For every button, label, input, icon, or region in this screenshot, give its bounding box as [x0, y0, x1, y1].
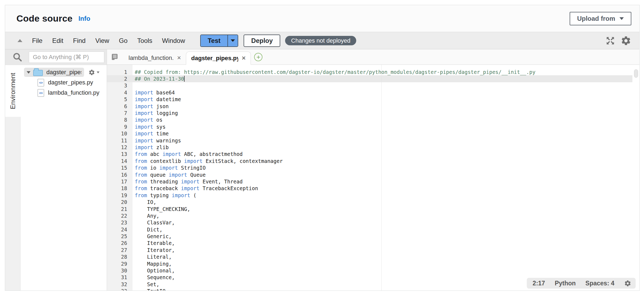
line-number: 22 — [107, 213, 133, 219]
code-editor[interactable]: 1## Copied from: https://raw.githubuserc… — [107, 65, 639, 290]
chevron-down-icon — [231, 39, 235, 42]
python-file-icon: <> — [37, 89, 44, 97]
tree-file-row[interactable]: <>dagster_pipes.py — [20, 77, 107, 88]
fullscreen-icon[interactable] — [605, 36, 615, 46]
code-line: 4import base64 — [107, 89, 639, 96]
tab-list-icon[interactable] — [110, 53, 119, 61]
editor-settings-gear-icon[interactable] — [624, 280, 631, 287]
vertical-scrollbar-thumb[interactable] — [634, 69, 638, 78]
line-text: Iterator, — [133, 247, 175, 253]
chevron-down-icon — [97, 71, 99, 73]
editor-tab[interactable]: lambda_function.✕ — [124, 51, 186, 64]
code-line: 6import json — [107, 103, 639, 110]
menu-item-edit[interactable]: Edit — [51, 36, 65, 46]
menu-item-window[interactable]: Window — [160, 36, 186, 46]
new-tab-button[interactable]: + — [254, 53, 262, 61]
code-line: 29 Mapping, — [107, 260, 639, 267]
code-line: 10import time — [107, 130, 639, 137]
line-number: 17 — [107, 179, 133, 184]
tree-folder-row[interactable]: dagster_pipes_funct — [20, 67, 107, 77]
code-line: 26 Iterable, — [107, 240, 639, 247]
code-line: 15from io import StringIO — [107, 164, 639, 171]
code-line: 30 Optional, — [107, 267, 639, 274]
line-text: import warnings — [133, 138, 181, 143]
tabs: lambda_function.✕dagster_pipes.py✕ — [124, 51, 251, 64]
line-number: 4 — [107, 90, 133, 95]
menu-item-view[interactable]: View — [94, 36, 111, 46]
settings-gear-icon[interactable] — [621, 35, 631, 46]
text-cursor — [184, 76, 185, 82]
code-line: 5import datetime — [107, 96, 639, 103]
editor-tab[interactable]: dagster_pipes.py✕ — [186, 52, 251, 65]
tab-strip: lambda_function.✕dagster_pipes.py✕ + — [107, 49, 639, 65]
folder-settings-button[interactable] — [88, 69, 99, 76]
line-text: Any, — [133, 213, 160, 219]
code-line: 1## Copied from: https://raw.githubuserc… — [107, 69, 639, 75]
tab-label: lambda_function. — [129, 54, 174, 61]
tree-file-list: <>dagster_pipes.py<>lambda_function.py — [20, 77, 107, 98]
line-text: Sequence, — [133, 274, 175, 280]
code-line: 14from contextlib import ExitStack, cont… — [107, 158, 639, 164]
tab-close-icon[interactable]: ✕ — [241, 55, 246, 61]
deploy-button[interactable]: Deploy — [244, 35, 280, 47]
line-number: 19 — [107, 192, 133, 198]
line-number: 29 — [107, 261, 133, 267]
test-button[interactable]: Test — [201, 35, 228, 46]
line-number: 18 — [107, 185, 133, 191]
code-line: 2## On 2023-11-30 — [107, 75, 639, 82]
tab-close-icon[interactable]: ✕ — [177, 55, 181, 61]
file-name: lambda_function.py — [48, 89, 99, 96]
menu-item-file[interactable]: File — [30, 36, 44, 46]
language-mode[interactable]: Python — [555, 280, 576, 287]
folder-name: dagster_pipes_funct — [46, 69, 81, 76]
tab-environment[interactable]: Environment — [5, 65, 21, 117]
go-to-anything-input[interactable] — [29, 52, 104, 63]
line-number: 21 — [107, 206, 133, 212]
line-text: from contextlib import ExitStack, contex… — [133, 158, 283, 164]
tree-file-row[interactable]: <>lambda_function.py — [20, 88, 107, 98]
line-text: import logging — [133, 110, 178, 116]
line-text: from threading import Event, Thread — [133, 179, 243, 184]
code-line: 13from abc import ABC, abstractmethod — [107, 151, 639, 158]
test-dropdown-button[interactable] — [227, 35, 238, 46]
line-text: TYPE_CHECKING, — [133, 206, 190, 212]
line-text: IO, — [133, 199, 156, 205]
code-line: 19from typing import ( — [107, 192, 639, 199]
folder-expand-icon[interactable] — [27, 71, 30, 74]
panel-header: Code source Info Upload from — [5, 5, 639, 32]
line-text: from io import StringIO — [133, 165, 206, 171]
line-number: 32 — [107, 281, 133, 287]
menu-item-go[interactable]: Go — [117, 36, 129, 46]
menu-item-tools[interactable]: Tools — [136, 36, 154, 46]
line-number: 25 — [107, 233, 133, 239]
line-number: 14 — [107, 158, 133, 164]
code-line: 21 TYPE_CHECKING, — [107, 206, 639, 212]
tab-label: dagster_pipes.py — [191, 55, 238, 62]
menu-item-find[interactable]: Find — [71, 36, 87, 46]
code-line: 11import warnings — [107, 137, 639, 144]
code-line: 20 IO, — [107, 199, 639, 205]
editor-status-bar: 2:17 Python Spaces: 4 — [527, 278, 636, 289]
line-text: from typing import ( — [133, 192, 196, 198]
indentation-setting[interactable]: Spaces: 4 — [586, 280, 614, 287]
code-line: 18from traceback import TracebackExcepti… — [107, 185, 639, 192]
upload-from-button[interactable]: Upload from — [570, 12, 631, 25]
line-text: Iterable, — [133, 240, 175, 246]
code-line: 24 Dict, — [107, 226, 639, 233]
upload-from-label: Upload from — [577, 15, 615, 22]
line-text: import zlib — [133, 144, 169, 150]
code-lines: 1## Copied from: https://raw.githubuserc… — [107, 65, 639, 290]
line-text: ## Copied from: https://raw.githubuserco… — [133, 69, 535, 75]
line-text: import sys — [133, 124, 165, 130]
line-number: 33 — [107, 288, 133, 290]
line-number: 10 — [107, 131, 133, 136]
line-number: 2 — [107, 76, 133, 82]
tree-folder-selection[interactable]: dagster_pipes_funct — [24, 68, 84, 77]
info-link[interactable]: Info — [78, 15, 90, 22]
line-text: Literal, — [133, 254, 172, 260]
line-number: 12 — [107, 144, 133, 150]
test-split-button[interactable]: Test — [200, 35, 238, 47]
code-line: 17from threading import Event, Thread — [107, 178, 639, 185]
code-line: 25 Generic, — [107, 233, 639, 240]
collapse-panel-icon[interactable] — [18, 39, 22, 42]
